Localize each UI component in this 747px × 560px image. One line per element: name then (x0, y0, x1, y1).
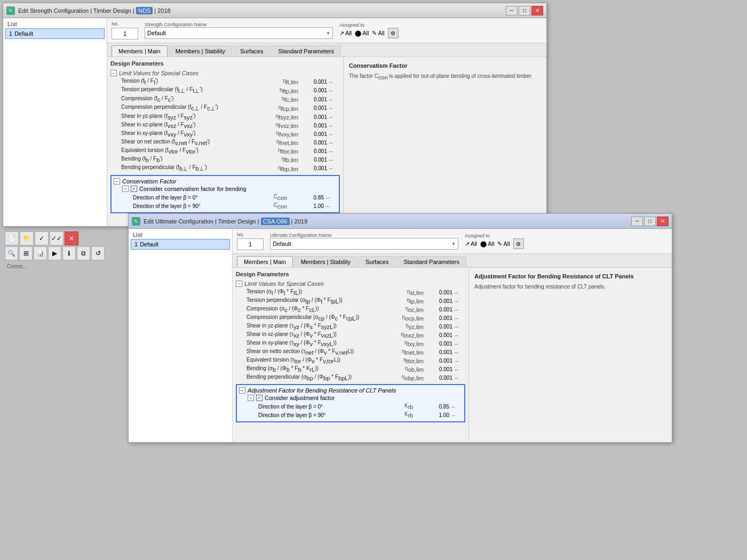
maximize-button[interactable]: □ (519, 6, 530, 15)
close-button[interactable]: ✕ (531, 6, 543, 15)
tab-surfaces[interactable]: Surfaces (233, 45, 270, 57)
second-minimize-button[interactable]: ─ (631, 217, 643, 226)
conservatism-box: − Conservatism Factor − Consider conserv… (110, 175, 340, 213)
second-window-controls: ─ □ ✕ (631, 217, 669, 226)
second-list-item-default[interactable]: 1 Default (131, 239, 230, 250)
second-sidebar: List 1 Default (129, 229, 233, 442)
second-close-button[interactable]: ✕ (657, 217, 669, 226)
tool-grid-button[interactable]: ⊞ (19, 246, 33, 260)
tool-check2-button[interactable]: ✓✓ (50, 231, 63, 245)
second-tab-members-stability[interactable]: Members | Stability (294, 256, 357, 267)
assigned-item-3: ✎ All (372, 30, 384, 37)
no-label: No. (112, 21, 138, 27)
assigned-text-3: All (378, 30, 384, 36)
second-assigned-icon-1: ↗ (465, 241, 470, 247)
assigned-settings-button[interactable]: ⚙ (388, 28, 399, 38)
config-row: No. 1 Strength Configuration Name Defaul… (107, 18, 546, 43)
adjustment-box: − Adjustment Factor for Bending Resistan… (236, 384, 465, 422)
limit-values-collapse[interactable]: − (110, 70, 117, 76)
main-right-panel: Conservatism Factor The factor Ccon is a… (344, 57, 546, 226)
tab-standard-parameters[interactable]: Standard Parameters (271, 45, 341, 57)
second-standard-badge: CSA O86 (261, 218, 290, 225)
list-item-default[interactable]: 1 Default (5, 28, 105, 39)
second-assigned-area: Assigned to ↗ All ⬤ All ✎ All (465, 233, 667, 249)
conservatism-collapse[interactable]: − (114, 178, 120, 185)
second-list-header: List (131, 231, 230, 239)
tool-delete-button[interactable]: ✕ (65, 231, 78, 245)
tool-check-button[interactable]: ✓ (35, 231, 49, 245)
conservatism-sub-collapse[interactable]: − (122, 186, 129, 192)
second-left-panel: Design Parameters − Limit Values for Spe… (233, 268, 469, 442)
second-assigned-text-3: All (503, 241, 510, 247)
config-name-value: Default (147, 30, 324, 36)
second-window-title: Edit Ultimate Configuration | Timber Des… (144, 218, 307, 225)
adj-row-beta90: Direction of the layer β = 90° Krb 1.00 … (239, 411, 462, 419)
adjustment-label: Adjustment Factor for Bending Resistance… (248, 387, 396, 394)
second-assigned-item-2: ⬤ All (480, 241, 494, 247)
second-window: ✎ Edit Ultimate Configuration | Timber D… (128, 213, 672, 443)
second-tab-standard-parameters[interactable]: Standard Parameters (396, 256, 466, 267)
table-row: Shear on netto section (τnet / (Φv * Fv,… (236, 348, 465, 356)
second-assigned-label: Assigned to (465, 233, 667, 238)
tool-search-button[interactable]: 🔍 (5, 246, 18, 260)
second-config-arrow-icon: ▼ (451, 242, 456, 246)
main-title-bar: ✎ Edit Strength Configuration | Timber D… (3, 3, 546, 18)
main-sidebar: List 1 Default (3, 18, 107, 226)
tool-refresh-button[interactable]: ↺ (91, 246, 105, 260)
tool-graph-button[interactable]: 📊 (34, 246, 47, 260)
tab-members-main[interactable]: Members | Main (112, 45, 168, 57)
config-name-arrow-icon: ▼ (326, 31, 330, 36)
minimize-button[interactable]: ─ (506, 6, 518, 15)
config-name-select[interactable]: Default ▼ (145, 27, 333, 39)
second-assigned-item-3: ✎ All (497, 241, 510, 247)
config-name-label: Strength Configuration Name (145, 22, 333, 27)
tool-open-button[interactable]: 📁 (20, 231, 34, 245)
table-row: Shear in yz-plane (τyz / (Φs * FsyzL)) η… (236, 322, 465, 331)
second-config-name-value: Default (273, 241, 449, 247)
body-content: Design Parameters − Limit Values for Spe… (107, 57, 546, 226)
conservatism-label: Conservatism Factor (122, 178, 176, 185)
table-row: Compression perpendicular (fc⊥ / Fc⊥') η… (110, 103, 340, 113)
right-panel-title: Conservatism Factor (349, 62, 541, 69)
tab-members-stability[interactable]: Members | Stability (169, 45, 232, 57)
tool-info-button[interactable]: ℹ (62, 246, 76, 260)
table-row: Compression perpendicular (σcp / (Φc * F… (236, 314, 465, 322)
toolbar-area: 📄 📁 ✓ ✓✓ ✕ 🔍 ⊞ 📊 ▶ ℹ ⧉ ↺ Comm... (3, 229, 107, 273)
table-row: Bending (fb / Fb') ηfb,lim 0.001 -- (110, 155, 340, 164)
tool-new-button[interactable]: 📄 (5, 231, 19, 245)
title-bar-left: ✎ Edit Strength Configuration | Timber D… (6, 6, 171, 15)
comments-label: Comm... (5, 262, 105, 270)
second-limit-values-section: − Limit Values for Special Cases Tension… (236, 279, 465, 382)
table-row: Bending perpendicular (σbp / (Φbp * FbpL… (236, 373, 465, 382)
adjustment-checkbox-row: − Consider adjustment factor (239, 394, 462, 402)
second-right-panel-title: Adjustment Factor for Bending Resistance… (474, 273, 666, 279)
tool-play-button[interactable]: ▶ (48, 246, 61, 260)
second-config-name-area: Ultimate Configuration Name Default ▼ (270, 233, 458, 250)
adjustment-checkbox[interactable] (256, 395, 263, 401)
conservatism-header: − Conservatism Factor (114, 178, 337, 185)
tool-copy-button[interactable]: ⧉ (77, 246, 90, 260)
table-row: Compression (fc / Fc') ηfc,lim 0.001 -- (110, 95, 340, 103)
second-assigned-item-1: ↗ All (465, 241, 477, 247)
second-assigned-settings-button[interactable]: ⚙ (513, 238, 524, 249)
second-body-content: Design Parameters − Limit Values for Spe… (233, 268, 672, 442)
right-panel-text: The factor Ccon is applied for out-of-pl… (349, 72, 541, 82)
second-tab-members-main[interactable]: Members | Main (237, 256, 293, 267)
second-limit-values-collapse[interactable]: − (236, 281, 242, 287)
second-design-params-header: Design Parameters (236, 271, 465, 277)
adjustment-collapse[interactable]: − (239, 387, 245, 394)
second-config-name-select[interactable]: Default ▼ (270, 238, 458, 250)
second-title-bar: ✎ Edit Ultimate Configuration | Timber D… (129, 214, 672, 229)
adjustment-sub-collapse[interactable]: − (248, 395, 254, 401)
config-number: 1 (112, 28, 138, 39)
table-row: Shear in xy-plane (fvxy / Fvxy') ηfvxy,l… (110, 130, 340, 138)
assigned-area: Assigned to ↗ All ⬤ All ✎ All (339, 22, 542, 38)
conservatism-checkbox-label: Consider conservatism factor for bending (139, 186, 247, 192)
second-right-panel-text: Adjustment factor for bending resistance… (474, 283, 666, 291)
list-item-label: Default (14, 30, 33, 37)
cons-row-beta90: Direction of the layer β = 90° Ccon 1.00… (114, 202, 337, 210)
second-maximize-button[interactable]: □ (644, 217, 656, 226)
main-area: No. 1 Strength Configuration Name Defaul… (107, 18, 546, 226)
conservatism-checkbox[interactable] (131, 186, 137, 192)
second-tab-surfaces[interactable]: Surfaces (359, 256, 395, 267)
